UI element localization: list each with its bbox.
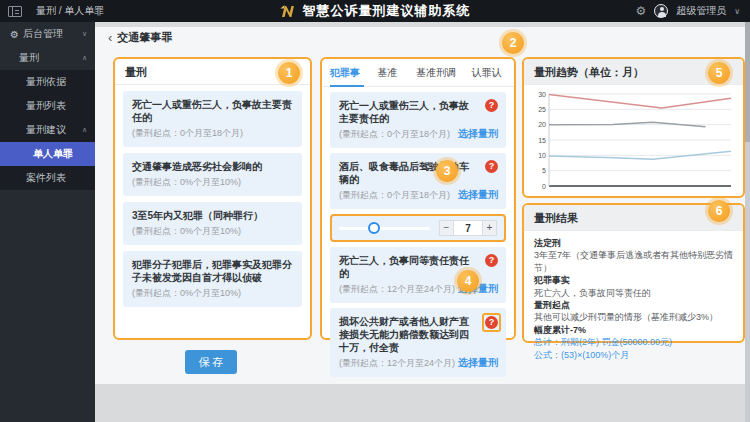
- svg-text:0: 0: [542, 183, 546, 190]
- fact-item[interactable]: 死亡一人或重伤三人，负事故主要责任的 (量刑起点：0个月至18个月) ? 选择量…: [330, 92, 506, 148]
- result-label-statutory: 法定刑: [534, 237, 733, 249]
- sentencing-panel: 量刑 死亡一人或重伤三人，负事故主要责任的 (量刑起点：0个月至18个月) 交通…: [113, 57, 312, 340]
- app-title: 智慧公诉量刑建议辅助系统: [303, 2, 471, 20]
- step-badge-4: 4: [457, 270, 479, 292]
- settings-gear-icon[interactable]: ⚙: [635, 4, 646, 18]
- select-sentencing-link[interactable]: 选择量刑: [458, 356, 498, 370]
- app-root: 量刑 / 单人单罪 智慧公诉量刑建议辅助系统 ⚙ 超级管理员 ∨ ⚙ 后台管理 …: [0, 0, 750, 422]
- sidebar-item-case-list[interactable]: 案件列表: [0, 166, 95, 190]
- tab-crime-facts[interactable]: 犯罪事实: [330, 59, 364, 87]
- sentencing-item[interactable]: 犯罪分子犯罪后，犯罪事实及犯罪分子未被发觉因自首才得以侦破 (量刑起点：0%个月…: [123, 251, 302, 307]
- sidebar-item-sentencing-basis[interactable]: 量刑依据: [0, 70, 95, 94]
- crime-facts-panel: 犯罪事实 基准刑 基准刑调节 认罪认罚 死亡一人或重伤三人，负事故主要责任的 (…: [320, 57, 516, 340]
- tab-base-penalty-adjust[interactable]: 基准刑调节: [416, 59, 459, 87]
- back-link[interactable]: ‹ 交通肇事罪: [108, 30, 172, 45]
- facts-tab-bar: 犯罪事实 基准刑 基准刑调节 认罪认罚: [322, 59, 514, 87]
- fact-item[interactable]: 损坏公共财产或者他人财产直接损失无能力赔偿数额达到四十万，付全责 (量刑起点：1…: [330, 308, 506, 377]
- help-question-icon[interactable]: ?: [485, 160, 498, 173]
- stepper-minus-button[interactable]: −: [439, 220, 454, 236]
- top-header: 量刑 / 单人单罪 智慧公诉量刑建议辅助系统 ⚙ 超级管理员 ∨: [0, 0, 750, 22]
- scrollbar-thumb[interactable]: [745, 22, 750, 142]
- svg-text:25: 25: [538, 106, 546, 113]
- crime-page-title: 交通肇事罪: [117, 30, 172, 45]
- slider-handle[interactable]: [368, 222, 380, 234]
- main-content: ‹ 交通肇事罪 量刑 死亡一人或重伤三人，负事故主要责任的 (量刑起点：0个月至…: [95, 22, 750, 422]
- chevron-up-icon: ∧: [82, 126, 87, 134]
- app-logo-icon: [280, 3, 297, 19]
- result-value-facts: 死亡六人，负事故同等责任的: [534, 287, 733, 299]
- tab-plea[interactable]: 认罪认罚: [472, 59, 506, 87]
- svg-text:10: 10: [538, 152, 546, 159]
- breadcrumb: 量刑 / 单人单罪: [36, 4, 104, 18]
- gear-icon: ⚙: [10, 29, 19, 40]
- step-badge-5: 5: [708, 62, 730, 84]
- result-formula: 公式：(53)×(100%)个月: [534, 349, 733, 361]
- chevron-up-icon: ∧: [82, 54, 87, 62]
- result-value-start-point: 其他可以减少刑罚量的情形（基准刑减少3%）: [534, 311, 733, 323]
- sidebar-item-sentencing[interactable]: 量刑 ∧: [0, 46, 95, 70]
- save-button[interactable]: 保 存: [185, 350, 237, 374]
- select-sentencing-link[interactable]: 选择量刑: [458, 127, 498, 141]
- result-total: 总计：刑期(2年) 罚金(50000.00元): [534, 336, 733, 348]
- trend-line-chart: 051015202530: [532, 89, 735, 195]
- collapse-sidebar-icon[interactable]: [8, 6, 22, 17]
- chevron-down-icon: ∨: [82, 30, 87, 38]
- stepper-value-input[interactable]: 7: [454, 220, 482, 236]
- slider-track[interactable]: [339, 227, 430, 230]
- sidebar-nav: ⚙ 后台管理 ∨ 量刑 ∧ 量刑依据 量刑列表 量刑建议 ∧ 单人单罪 案件列表: [0, 22, 95, 422]
- help-question-icon[interactable]: ?: [485, 99, 498, 112]
- result-cumulative: 幅度累计-7%: [534, 324, 733, 336]
- svg-text:30: 30: [538, 91, 546, 98]
- result-value-statutory: 3年至7年（交通肇事后逃逸或者有其他特别恶劣情节）: [534, 249, 733, 274]
- step-badge-2: 2: [502, 32, 524, 54]
- user-avatar[interactable]: [654, 4, 668, 18]
- help-question-icon[interactable]: ?: [485, 254, 498, 267]
- sidebar-item-single-person-crime[interactable]: 单人单罪: [0, 142, 95, 166]
- result-label-facts: 犯罪事实: [534, 274, 733, 286]
- svg-text:5: 5: [542, 167, 546, 174]
- step-badge-3: 3: [436, 160, 458, 182]
- result-panel: 量刑结果 法定刑 3年至7年（交通肇事后逃逸或者有其他特别恶劣情节） 犯罪事实 …: [522, 203, 745, 343]
- back-arrow-icon: ‹: [108, 30, 112, 45]
- svg-text:20: 20: [538, 121, 546, 128]
- vertical-scrollbar[interactable]: [745, 22, 750, 422]
- select-sentencing-link[interactable]: 选择量刑: [458, 188, 498, 202]
- sentencing-item[interactable]: 3至5年内又犯罪（同种罪行） (量刑起点：0%个月至10%): [123, 202, 302, 245]
- brand: 智慧公诉量刑建议辅助系统: [280, 2, 471, 20]
- user-menu-chevron-down-icon[interactable]: ∨: [734, 7, 740, 16]
- sidebar-item-sentencing-list[interactable]: 量刑列表: [0, 94, 95, 118]
- fact-item[interactable]: 死亡三人，负事同等责任责任的 (量刑起点：12个月至24个月) ? 选择量刑: [330, 247, 506, 303]
- penalty-slider[interactable]: [339, 222, 430, 234]
- step-badge-1: 1: [278, 62, 300, 84]
- stepper-plus-button[interactable]: +: [482, 220, 497, 236]
- username[interactable]: 超级管理员: [676, 4, 726, 18]
- header-actions: ⚙ 超级管理员 ∨: [635, 4, 740, 18]
- penalty-slider-row: − 7 +: [330, 214, 506, 242]
- step-badge-6: 6: [708, 200, 730, 222]
- result-label-start-point: 量刑起点: [534, 299, 733, 311]
- upper-red-line: [549, 95, 731, 109]
- help-question-icon-highlighted[interactable]: ?: [482, 313, 501, 332]
- sidebar-item-backend-admin[interactable]: ⚙ 后台管理 ∨: [0, 22, 95, 46]
- svg-text:15: 15: [538, 137, 546, 144]
- sentencing-item[interactable]: 交通肇事造成恶劣社会影响的 (量刑起点：0%个月至10%): [123, 153, 302, 196]
- sidebar-item-sentencing-suggestion[interactable]: 量刑建议 ∧: [0, 118, 95, 142]
- tab-base-penalty[interactable]: 基准刑: [377, 59, 403, 87]
- sentencing-item[interactable]: 死亡一人或重伤三人，负事故主要责任的 (量刑起点：0个月至18个月): [123, 91, 302, 147]
- value-stepper: − 7 +: [439, 220, 497, 236]
- trend-chart-container: 051015202530: [524, 85, 743, 199]
- result-body: 法定刑 3年至7年（交通肇事后逃逸或者有其他特别恶劣情节） 犯罪事实 死亡六人，…: [524, 231, 743, 361]
- fact-item[interactable]: 酒后、吸食毒品后驾驶机动车辆的 (量刑起点：0个月至18个月) ? 选择量刑: [330, 153, 506, 209]
